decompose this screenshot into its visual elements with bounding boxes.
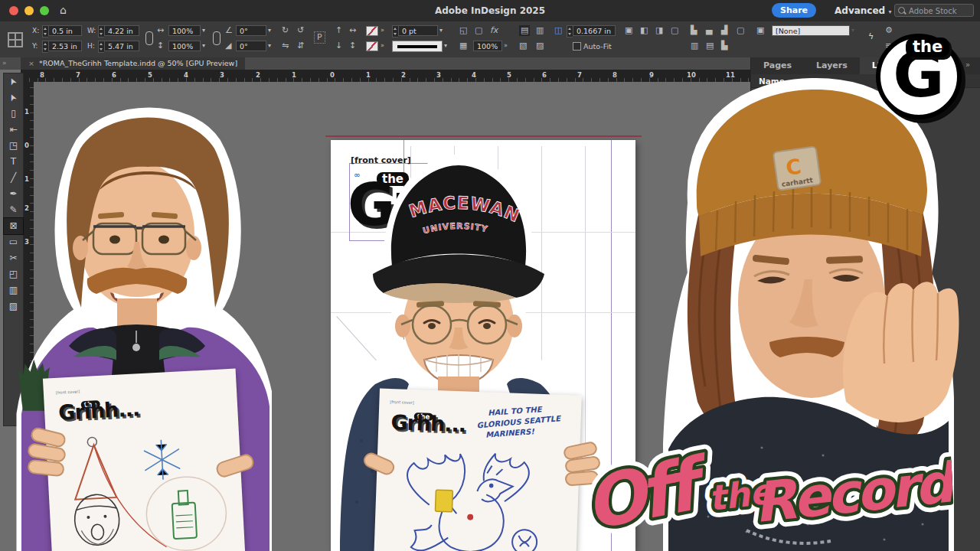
- gnome-doodle: [46, 426, 245, 551]
- workspace-dropdown[interactable]: Advanced ▾: [835, 5, 891, 16]
- distribute-right-icon[interactable]: ▙: [721, 41, 727, 51]
- share-button[interactable]: Share: [772, 3, 816, 18]
- w-stepper[interactable]: [98, 25, 104, 37]
- center-content-icon[interactable]: ◨: [655, 25, 663, 36]
- ruler-number: 0: [330, 71, 335, 79]
- scale-y-caret-icon[interactable]: ▾: [202, 42, 205, 49]
- opacity-input[interactable]: 100%: [473, 41, 502, 51]
- rotation-input[interactable]: 0°: [236, 25, 266, 36]
- rotate-cw-icon[interactable]: ↻: [282, 25, 289, 36]
- wrap-none-icon[interactable]: ▤: [519, 25, 530, 36]
- close-tab-icon[interactable]: ×: [28, 59, 34, 67]
- handwritten-note-line3: MARINERS!: [485, 427, 534, 439]
- align-bottom-icon[interactable]: ↓: [335, 41, 342, 51]
- panel-chevrons-icon[interactable]: »: [965, 60, 970, 69]
- distribute-h-icon[interactable]: ↔: [349, 25, 356, 36]
- scale-y-input[interactable]: 100%: [168, 41, 201, 51]
- h-stepper[interactable]: [98, 41, 104, 53]
- scale-x-icon: ↔: [157, 25, 164, 36]
- fill-color-swatch[interactable]: [366, 41, 378, 51]
- paper-logo-main: Grihh...: [57, 396, 139, 425]
- settings-gear-icon[interactable]: ⚙: [885, 25, 893, 36]
- distribute-left-icon[interactable]: ▥: [691, 41, 698, 51]
- corner-shape-icon[interactable]: ▢: [475, 25, 482, 36]
- stroke-color-swatch[interactable]: [366, 26, 378, 36]
- shear-input[interactable]: 0°: [236, 41, 266, 51]
- fill-color-caret-icon[interactable]: »: [381, 42, 384, 49]
- opacity-checker-icon: ▦: [459, 41, 467, 51]
- ruler-number: 6: [542, 71, 547, 79]
- opacity-caret-icon[interactable]: »: [504, 42, 508, 49]
- wrap-jump-icon[interactable]: ▨: [536, 41, 544, 51]
- stroke-weight-stepper[interactable]: [392, 25, 398, 37]
- align-top-icon[interactable]: ↑: [335, 25, 342, 36]
- title-bar: ⌂ Adobe InDesign 2025 Share Advanced ▾ A…: [0, 0, 980, 22]
- object-style-caret-icon[interactable]: ▾: [851, 27, 854, 34]
- ruler-number: 2: [256, 71, 260, 79]
- fit-content-icon[interactable]: ▣: [625, 25, 632, 36]
- control-panel: X: 0.5 in Y: 2.53 in W: 4.22 in H: 5.47 …: [0, 21, 980, 58]
- stroke-style-caret-icon[interactable]: ▾: [444, 42, 447, 49]
- x-input[interactable]: 0.5 in: [48, 25, 82, 36]
- paper-logo-main: Grhh...: [390, 410, 466, 436]
- shear-caret-icon[interactable]: ▾: [268, 42, 271, 49]
- align-center-icon[interactable]: ▄: [706, 25, 712, 36]
- h-input[interactable]: 5.47 in: [104, 41, 139, 51]
- gap-input[interactable]: 0.1667 in: [573, 25, 616, 36]
- ruler-number: 7: [577, 71, 582, 79]
- wrap-shape-icon[interactable]: ▧: [519, 41, 527, 51]
- flip-horizontal-icon[interactable]: ⇋: [282, 41, 289, 51]
- select-container-icon[interactable]: P: [314, 31, 325, 44]
- g-logo-the-label: the: [906, 37, 949, 57]
- stroke-style-dropdown[interactable]: [392, 41, 443, 52]
- svg-text:Off: Off: [579, 440, 719, 546]
- scale-x-caret-icon[interactable]: ▾: [202, 27, 205, 34]
- stroke-color-caret-icon[interactable]: »: [381, 27, 384, 34]
- scale-y-icon: ↕: [157, 41, 164, 51]
- align-right-icon[interactable]: ▟: [721, 25, 727, 36]
- handwritten-note-line1: HAIL TO THE: [488, 405, 542, 417]
- stroke-weight-caret-icon[interactable]: ▾: [439, 27, 443, 34]
- search-placeholder: Adobe Stock: [909, 7, 957, 15]
- ruler-number: 4: [472, 71, 476, 79]
- wrap-bounding-icon[interactable]: ▥: [536, 25, 544, 36]
- x-stepper[interactable]: [42, 25, 48, 37]
- ruler-number: 8: [40, 71, 44, 79]
- effects-fx-icon[interactable]: fx: [490, 25, 498, 36]
- adobe-stock-search-input[interactable]: Adobe Stock: [894, 4, 974, 17]
- constrain-scale-icon[interactable]: [213, 31, 220, 45]
- document-tab[interactable]: ×*ROMA_TheGrihh Template.indd @ 50% [GPU…: [21, 57, 245, 70]
- w-input[interactable]: 4.22 in: [104, 25, 139, 36]
- constrain-dimensions-icon[interactable]: [145, 31, 153, 45]
- workspace-label: Advanced: [835, 5, 885, 16]
- distribute-v-icon[interactable]: ↕: [349, 41, 356, 51]
- distribute-center-icon[interactable]: ▤: [706, 41, 714, 51]
- align-left-icon[interactable]: ▙: [691, 25, 697, 36]
- autofit-checkbox[interactable]: [573, 42, 581, 51]
- frame-fitting-icon[interactable]: ◫: [554, 25, 562, 36]
- off-the-record-logo: Off the Record Off the Record Off the Re…: [579, 419, 956, 551]
- reference-point-proxy[interactable]: [6, 29, 26, 49]
- rotation-caret-icon[interactable]: ▾: [268, 27, 271, 34]
- gap-stepper[interactable]: [567, 25, 573, 37]
- fit-proportional-icon[interactable]: ▢: [671, 25, 678, 36]
- shear-icon: ◢: [225, 41, 231, 51]
- panel-tab-layers[interactable]: Layers: [804, 57, 860, 74]
- y-stepper[interactable]: [42, 41, 48, 53]
- y-input[interactable]: 2.53 in: [48, 41, 82, 51]
- rotate-ccw-icon[interactable]: ↺: [297, 25, 304, 36]
- scale-x-input[interactable]: 100%: [168, 25, 201, 36]
- horizontal-ruler[interactable]: 8765432101234567891011: [21, 70, 750, 82]
- corner-options-icon[interactable]: ◱: [459, 25, 467, 36]
- document-tab-title: *ROMA_TheGrihh Template.indd @ 50% [GPU …: [39, 59, 237, 67]
- fit-frame-icon[interactable]: ◧: [640, 25, 648, 36]
- frame-options-icon[interactable]: ▢: [737, 25, 744, 36]
- app-title: Adobe InDesign 2025: [0, 5, 980, 16]
- object-style-dropdown[interactable]: [None]: [772, 25, 850, 36]
- griffin-doodle: [374, 443, 580, 551]
- panel-tab-pages[interactable]: Pages: [751, 57, 804, 74]
- flip-vertical-icon[interactable]: ⇵: [297, 41, 304, 51]
- quick-actions-icon[interactable]: ϟ: [868, 31, 874, 42]
- tab-overflow-icon[interactable]: »: [2, 59, 7, 67]
- stroke-weight-input[interactable]: 0 pt: [398, 25, 438, 36]
